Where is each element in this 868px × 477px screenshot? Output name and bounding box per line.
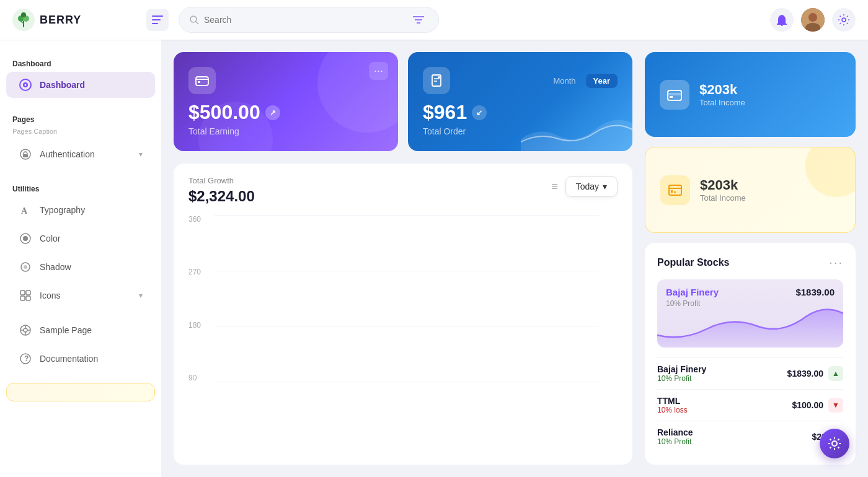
stock-down-arrow-2: ▼ bbox=[828, 398, 843, 413]
income-yellow-icon bbox=[660, 175, 690, 205]
svg-line-9 bbox=[196, 22, 198, 24]
auth-label: Authentication bbox=[40, 149, 95, 159]
order-toggle: Month Year bbox=[546, 74, 618, 88]
total-earning-card: ··· $500.00 ↗ Total Earning bbox=[174, 52, 398, 151]
icons-label: Icons bbox=[40, 291, 60, 300]
icons-chevron: ▾ bbox=[139, 291, 143, 300]
app-name: BERRY bbox=[40, 14, 81, 27]
svg-rect-5 bbox=[152, 15, 163, 17]
total-order-card: Month Year $961 ↙ Total Order bbox=[408, 52, 632, 151]
typography-icon: A bbox=[19, 203, 32, 217]
search-input[interactable] bbox=[204, 15, 404, 25]
toggle-month-button[interactable]: Month bbox=[546, 74, 583, 88]
stock-list-item-2: TTML 10% loss $100.00 ▼ bbox=[657, 389, 843, 421]
auth-chevron: ▾ bbox=[139, 150, 143, 159]
featured-stock-chart: Bajaj Finery $1839.00 10% Profit bbox=[657, 279, 843, 348]
sidebar-item-icons[interactable]: Icons ▾ bbox=[6, 282, 155, 309]
documentation-label: Documentation bbox=[40, 354, 98, 364]
income-yellow-card: $203k Total Income bbox=[645, 147, 856, 233]
chart-filter-button[interactable]: Today ▾ bbox=[565, 176, 618, 197]
content-main: ··· $500.00 ↗ Total Earning bbox=[174, 52, 632, 465]
sidebar-item-typography[interactable]: A Typography bbox=[6, 197, 155, 223]
fab-settings-button[interactable] bbox=[820, 429, 849, 458]
stock-name-2: TTML bbox=[657, 396, 688, 406]
svg-rect-40 bbox=[196, 77, 208, 85]
chart-amount: $2,324.00 bbox=[188, 188, 255, 205]
income-yellow-amount: $203k bbox=[700, 177, 746, 193]
content-area: ··· $500.00 ↗ Total Earning bbox=[161, 40, 868, 477]
svg-rect-28 bbox=[20, 291, 25, 295]
sidebar-item-color[interactable]: Color bbox=[6, 225, 155, 252]
svg-rect-31 bbox=[26, 296, 30, 300]
cards-row: ··· $500.00 ↗ Total Earning bbox=[174, 52, 632, 151]
stock-profit-3: 10% Profit bbox=[657, 437, 693, 446]
svg-rect-46 bbox=[670, 96, 673, 98]
color-icon bbox=[19, 232, 32, 245]
chart-bars bbox=[215, 215, 599, 382]
svg-point-15 bbox=[808, 13, 817, 22]
income-blue-label: Total Income bbox=[699, 98, 745, 107]
earning-label: Total Earning bbox=[188, 126, 383, 136]
filter-button[interactable] bbox=[409, 10, 428, 30]
stocks-title: Popular Stocks bbox=[657, 257, 729, 268]
order-card-icon bbox=[423, 67, 450, 94]
svg-rect-49 bbox=[671, 190, 673, 193]
featured-stock-name: Bajaj Finery bbox=[666, 287, 719, 297]
stocks-menu-button[interactable]: ··· bbox=[829, 255, 843, 269]
sidebar-item-sample-page[interactable]: Sample Page bbox=[6, 317, 155, 343]
chart-dropdown-icon: ▾ bbox=[603, 182, 607, 191]
income-blue-amount: $203k bbox=[699, 82, 745, 98]
berry-logo-icon bbox=[12, 9, 35, 31]
svg-rect-7 bbox=[152, 23, 158, 24]
color-label: Color bbox=[40, 234, 60, 243]
fab-settings-icon bbox=[828, 437, 841, 450]
dashboard-label: Dashboard bbox=[40, 80, 85, 90]
order-label: Total Order bbox=[423, 126, 618, 136]
search-bar bbox=[179, 7, 439, 33]
svg-rect-29 bbox=[26, 291, 30, 295]
stock-name-3: Reliance bbox=[657, 427, 693, 437]
app-header: BERRY bbox=[0, 0, 868, 40]
sidebar-item-authentication[interactable]: Authentication ▾ bbox=[6, 141, 155, 167]
auth-icon bbox=[19, 147, 32, 161]
stock-up-arrow-1: ▲ bbox=[828, 366, 843, 381]
svg-point-3 bbox=[21, 12, 26, 17]
svg-point-8 bbox=[190, 16, 197, 22]
sample-page-banner bbox=[6, 383, 155, 401]
bell-icon bbox=[776, 14, 787, 26]
header-right bbox=[770, 8, 856, 32]
earning-card-icon bbox=[188, 67, 216, 94]
section-title-utilities: Utilities bbox=[0, 180, 161, 196]
sample-page-icon bbox=[19, 323, 32, 337]
svg-text:A: A bbox=[21, 206, 28, 216]
chart-card: Total Growth $2,324.00 ≡ Today ▾ bbox=[174, 164, 632, 465]
stock-value-1: $1839.00 bbox=[787, 369, 823, 379]
notification-button[interactable] bbox=[770, 8, 794, 32]
svg-rect-6 bbox=[152, 19, 161, 20]
logo-area: BERRY bbox=[12, 9, 136, 31]
income-yellow-label: Total Income bbox=[700, 193, 746, 203]
settings-icon bbox=[838, 14, 849, 25]
settings-button[interactable] bbox=[832, 8, 856, 32]
typography-label: Typography bbox=[40, 205, 85, 215]
earning-amount: $500.00 ↗ bbox=[188, 101, 383, 124]
sidebar-item-dashboard[interactable]: Dashboard bbox=[6, 72, 155, 98]
sidebar-item-documentation[interactable]: ? Documentation bbox=[6, 346, 155, 372]
content-side: $203k Total Income $203k Tota bbox=[645, 52, 856, 465]
pages-caption: Pages Caption bbox=[0, 126, 161, 140]
earning-card-menu[interactable]: ··· bbox=[369, 62, 388, 80]
avatar[interactable] bbox=[801, 8, 825, 32]
sidebar-item-shadow[interactable]: Shadow bbox=[6, 254, 155, 280]
user-avatar bbox=[801, 8, 825, 32]
svg-point-17 bbox=[842, 18, 846, 22]
menu-toggle-button[interactable] bbox=[146, 9, 169, 31]
chart-menu-icon[interactable]: ≡ bbox=[551, 180, 558, 193]
svg-rect-45 bbox=[668, 93, 681, 95]
order-amount: $961 ↙ bbox=[423, 101, 618, 124]
chart-y-labels: 90 180 270 360 bbox=[188, 215, 211, 382]
stock-profit-1: 10% Profit bbox=[657, 374, 706, 383]
stocks-card: Popular Stocks ··· Bajaj Finery $1839.00… bbox=[645, 243, 856, 465]
income-blue-card: $203k Total Income bbox=[645, 52, 856, 137]
toggle-year-button[interactable]: Year bbox=[586, 74, 618, 88]
shadow-label: Shadow bbox=[40, 262, 71, 272]
